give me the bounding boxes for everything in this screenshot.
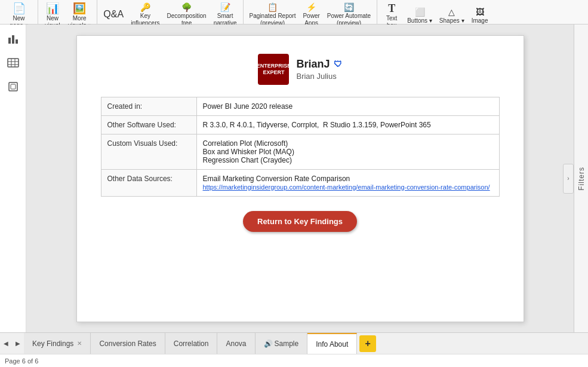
- table-row: Other Data Sources: Email Marketing Conv…: [101, 169, 499, 196]
- svg-rect-8: [9, 82, 17, 91]
- canvas-area: ENTERPRISEEXPERT BrianJ 🛡 Brian Julius C…: [26, 25, 574, 332]
- page-status: Page 6 of 6: [5, 357, 38, 365]
- verified-icon: 🛡: [334, 59, 342, 69]
- ribbon-section-pages: 📄 Newpage ▾ Pages: [0, 0, 38, 24]
- label-visuals: Custom Visuals Used:: [101, 134, 196, 169]
- tab-label-anova: Anova: [226, 340, 246, 348]
- text-box-icon: T: [388, 3, 395, 14]
- label-created: Created in:: [101, 97, 196, 115]
- left-sidebar: [0, 25, 26, 332]
- tab-nav-next[interactable]: ▶: [12, 333, 24, 354]
- collapse-icon: ›: [567, 175, 569, 182]
- add-tab-button[interactable]: +: [359, 335, 376, 352]
- main-area: ENTERPRISEEXPERT BrianJ 🛡 Brian Julius C…: [0, 25, 588, 332]
- sidebar-layers[interactable]: [4, 77, 23, 96]
- new-visual-icon: 📊: [46, 3, 59, 14]
- tab-label-conversion-rates: Conversion Rates: [99, 340, 156, 348]
- buttons-label: Buttons ▾: [407, 17, 432, 25]
- bottom-tabs: ◀ ▶ Key Findings ✕ Conversion Rates Corr…: [0, 332, 588, 354]
- ribbon: 📄 Newpage ▾ Pages 📊 Newvisual 🖼️ Morevis…: [0, 0, 588, 25]
- shapes-icon: △: [448, 8, 455, 16]
- sidebar-table[interactable]: [4, 53, 23, 72]
- info-table: Created in: Power BI June 2020 release O…: [101, 97, 500, 197]
- tab-close-key-findings[interactable]: ✕: [77, 340, 82, 347]
- buttons-icon: ⬜: [415, 8, 425, 16]
- return-button[interactable]: Return to Key Findings: [243, 211, 357, 232]
- ribbon-section-visuals: 📊 Newvisual 🖼️ Morevisuals ▾ Visuals: [38, 0, 97, 24]
- svg-rect-9: [11, 84, 16, 89]
- author-info: BrianJ 🛡 Brian Julius: [296, 58, 341, 81]
- image-label: Image: [472, 17, 488, 25]
- svg-rect-3: [8, 59, 19, 67]
- ribbon-section-elements: T Textbox ⬜ Buttons ▾ △ Shapes ▾ 🖼 Image…: [377, 0, 494, 24]
- ribbon-section-power: 📋 Paginated Report(preview) ⚡ PowerApps …: [244, 0, 378, 24]
- collapse-panel-button[interactable]: ›: [563, 164, 574, 194]
- ribbon-section-ai: Q&A 🔑 Keyinfluencers 🌳 Decompositiontree…: [97, 0, 243, 24]
- more-visuals-icon: 🖼️: [73, 3, 86, 14]
- tab-label-info-about: Info About: [316, 340, 348, 348]
- author-section: ENTERPRISEEXPERT BrianJ 🛡 Brian Julius: [258, 54, 341, 85]
- tab-conversion-rates[interactable]: Conversion Rates: [91, 333, 165, 354]
- tab-sample[interactable]: 🔊 Sample: [255, 333, 308, 354]
- tab-key-findings[interactable]: Key Findings ✕: [24, 333, 91, 354]
- value-created: Power BI June 2020 release: [196, 97, 499, 115]
- sidebar-bar-chart[interactable]: [4, 29, 23, 48]
- power-automate-icon: 🔄: [344, 3, 354, 11]
- author-name: BrianJ 🛡: [296, 58, 341, 71]
- tab-label-sample: Sample: [275, 340, 299, 348]
- status-bar: Page 6 of 6: [0, 354, 588, 367]
- power-apps-icon: ⚡: [306, 3, 316, 11]
- page-canvas: ENTERPRISEEXPERT BrianJ 🛡 Brian Julius C…: [76, 35, 524, 322]
- avatar: ENTERPRISEEXPERT: [258, 54, 289, 85]
- shapes-label: Shapes ▾: [439, 17, 464, 25]
- svg-rect-0: [8, 38, 11, 44]
- source-link[interactable]: https://marketinginsidergroup.com/conten…: [203, 184, 490, 191]
- sample-icon: 🔊: [264, 340, 273, 348]
- filters-label: Filters: [577, 167, 586, 191]
- value-sources: Email Marketing Conversion Rate Comparis…: [196, 169, 499, 196]
- value-software: R 3.3.0, R 4.0.1, Tidyverse, Corrplot, R…: [196, 115, 499, 134]
- qa-icon: Q&A: [103, 10, 124, 19]
- key-influencers-icon: 🔑: [140, 3, 150, 11]
- tab-info-about[interactable]: Info About: [307, 333, 357, 354]
- svg-rect-2: [16, 39, 18, 44]
- tab-anova[interactable]: Anova: [217, 333, 255, 354]
- table-row: Other Software Used: R 3.3.0, R 4.0.1, T…: [101, 115, 499, 134]
- new-page-icon: 📄: [13, 3, 26, 14]
- value-visuals: Correlation Plot (Microsoft) Box and Whi…: [196, 134, 499, 169]
- table-row: Custom Visuals Used: Correlation Plot (M…: [101, 134, 499, 169]
- tab-label-key-findings: Key Findings: [32, 340, 73, 348]
- image-icon: 🖼: [476, 8, 484, 16]
- paginated-icon: 📋: [267, 3, 278, 11]
- tab-correlation[interactable]: Correlation: [165, 333, 218, 354]
- table-row: Created in: Power BI June 2020 release: [101, 97, 499, 115]
- ribbon-top: 📄 Newpage ▾ Pages 📊 Newvisual 🖼️ Morevis…: [0, 0, 588, 24]
- decomp-icon: 🌳: [181, 3, 192, 11]
- author-full-name: Brian Julius: [296, 72, 341, 81]
- tab-label-correlation: Correlation: [174, 340, 209, 348]
- svg-rect-1: [12, 35, 14, 44]
- tab-nav-prev[interactable]: ◀: [0, 333, 12, 354]
- avatar-text: ENTERPRISEEXPERT: [257, 63, 291, 76]
- add-icon: +: [365, 338, 371, 349]
- smart-narrative-icon: 📝: [220, 3, 230, 11]
- label-software: Other Software Used:: [101, 115, 196, 134]
- label-sources: Other Data Sources:: [101, 169, 196, 196]
- filters-panel[interactable]: Filters: [574, 25, 588, 332]
